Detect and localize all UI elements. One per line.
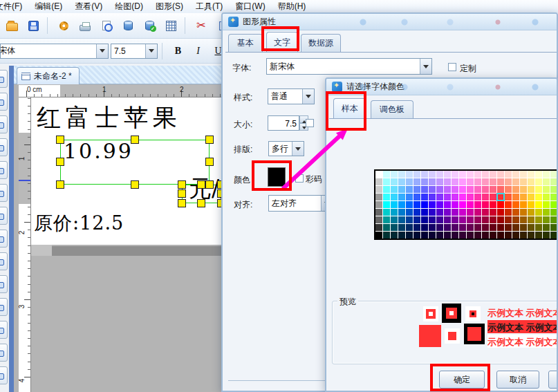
- palette-swatch[interactable]: [512, 178, 519, 185]
- palette-swatch[interactable]: [482, 209, 489, 216]
- palette-swatch[interactable]: [497, 216, 504, 223]
- selection-handle[interactable]: [205, 136, 214, 144]
- palette-swatch[interactable]: [543, 201, 550, 208]
- palette-swatch[interactable]: [512, 209, 519, 216]
- font-size-select[interactable]: 7.5: [111, 44, 158, 59]
- palette-swatch[interactable]: [375, 178, 382, 185]
- align-select[interactable]: 左对齐: [268, 195, 333, 212]
- selection-handle[interactable]: [205, 180, 214, 189]
- tool-button[interactable]: [0, 93, 8, 111]
- palette-swatch[interactable]: [421, 216, 428, 223]
- palette-swatch[interactable]: [535, 186, 542, 193]
- settings-button[interactable]: [54, 16, 73, 35]
- palette-swatch[interactable]: [391, 171, 398, 178]
- chevron-down-icon[interactable]: [302, 89, 314, 104]
- palette-swatch[interactable]: [436, 194, 443, 200]
- palette-swatch[interactable]: [444, 224, 451, 231]
- palette-swatch[interactable]: [535, 171, 542, 178]
- palette-swatch[interactable]: [452, 232, 458, 239]
- selection-handle[interactable]: [56, 136, 64, 144]
- palette-swatch[interactable]: [406, 209, 413, 216]
- palette-swatch[interactable]: [429, 171, 436, 178]
- menu-item-5[interactable]: 工具(T): [189, 0, 229, 13]
- palette-swatch[interactable]: [543, 178, 550, 185]
- palette-swatch[interactable]: [497, 186, 504, 193]
- palette-swatch[interactable]: [467, 209, 474, 216]
- chevron-down-icon[interactable]: [420, 59, 431, 74]
- palette-swatch[interactable]: [398, 224, 405, 231]
- menu-item-7[interactable]: 帮助(H): [272, 0, 313, 13]
- palette-swatch[interactable]: [490, 224, 496, 231]
- cut-button[interactable]: ✂: [192, 16, 211, 35]
- palette-swatch[interactable]: [467, 171, 474, 178]
- palette-swatch[interactable]: [391, 232, 398, 239]
- palette-swatch[interactable]: [505, 216, 512, 223]
- palette-swatch[interactable]: [398, 209, 405, 216]
- size-spinner[interactable]: 7.5: [268, 115, 308, 131]
- tool-button[interactable]: [0, 138, 8, 156]
- palette-swatch[interactable]: [413, 209, 420, 216]
- palette-swatch[interactable]: [474, 209, 481, 216]
- palette-swatch[interactable]: [467, 216, 474, 223]
- font-name-select[interactable]: 新宋体: [266, 58, 432, 75]
- italic-button[interactable]: I: [189, 43, 207, 59]
- palette-swatch[interactable]: [452, 178, 458, 185]
- menu-item-0[interactable]: 文件(F): [0, 0, 28, 13]
- colorcode-checkbox[interactable]: [295, 174, 304, 183]
- palette-swatch[interactable]: [391, 224, 398, 231]
- tool-button[interactable]: [0, 161, 8, 179]
- palette-swatch[interactable]: [482, 178, 489, 185]
- palette-swatch[interactable]: [512, 171, 519, 178]
- palette-swatch[interactable]: [391, 186, 398, 193]
- palette-swatch[interactable]: [497, 232, 504, 239]
- palette-swatch[interactable]: [413, 194, 420, 200]
- palette-swatch[interactable]: [535, 216, 542, 223]
- palette-swatch[interactable]: [436, 209, 443, 216]
- palette-swatch[interactable]: [452, 171, 458, 178]
- label-text-title[interactable]: 红富士苹果: [37, 102, 182, 134]
- palette-swatch[interactable]: [482, 186, 489, 193]
- palette-swatch[interactable]: [497, 201, 504, 208]
- palette-swatch[interactable]: [528, 224, 534, 231]
- palette-swatch[interactable]: [459, 232, 466, 239]
- palette-swatch[interactable]: [474, 186, 481, 193]
- palette-swatch[interactable]: [452, 186, 458, 193]
- palette-swatch[interactable]: [474, 201, 481, 208]
- palette-swatch[interactable]: [474, 178, 481, 185]
- tab-palette[interactable]: 调色板: [371, 100, 413, 118]
- palette-swatch[interactable]: [429, 201, 436, 208]
- cancel-button[interactable]: 取消: [496, 371, 539, 389]
- font-family-select[interactable]: 宋体: [0, 44, 109, 59]
- palette-swatch[interactable]: [550, 201, 557, 208]
- palette-swatch[interactable]: [452, 224, 458, 231]
- selection-handle[interactable]: [178, 189, 186, 198]
- palette-swatch[interactable]: [421, 186, 428, 193]
- palette-swatch[interactable]: [383, 232, 390, 239]
- palette-swatch[interactable]: [413, 178, 420, 185]
- palette-swatch[interactable]: [398, 216, 405, 223]
- palette-swatch[interactable]: [543, 171, 550, 178]
- tool-button[interactable]: [0, 321, 8, 339]
- tool-button[interactable]: [0, 207, 8, 225]
- palette-swatch[interactable]: [383, 216, 390, 223]
- palette-swatch[interactable]: [375, 209, 382, 216]
- palette-swatch[interactable]: [375, 201, 382, 208]
- palette-swatch[interactable]: [406, 194, 413, 200]
- menu-item-1[interactable]: 编辑(E): [28, 0, 68, 13]
- palette-swatch[interactable]: [391, 216, 398, 223]
- palette-swatch[interactable]: [375, 232, 382, 239]
- palette-swatch[interactable]: [550, 194, 557, 200]
- palette-swatch[interactable]: [398, 171, 405, 178]
- palette-swatch[interactable]: [467, 232, 474, 239]
- palette-swatch[interactable]: [535, 224, 542, 231]
- palette-swatch[interactable]: [528, 201, 534, 208]
- menu-item-6[interactable]: 窗口(W): [229, 0, 271, 13]
- palette-swatch[interactable]: [482, 232, 489, 239]
- palette-swatch[interactable]: [459, 224, 466, 231]
- palette-swatch[interactable]: [406, 201, 413, 208]
- palette-swatch[interactable]: [512, 201, 519, 208]
- palette-swatch[interactable]: [436, 186, 443, 193]
- palette-swatch[interactable]: [444, 201, 451, 208]
- palette-swatch[interactable]: [520, 186, 527, 193]
- palette-swatch[interactable]: [429, 178, 436, 185]
